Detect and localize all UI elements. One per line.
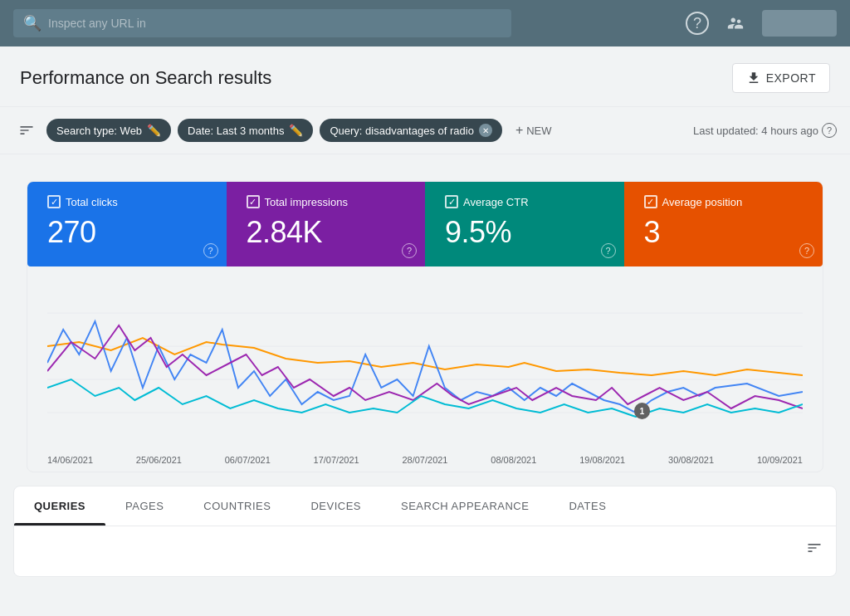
export-button[interactable]: EXPORT [732, 63, 830, 93]
average-position-checkbox[interactable]: ✓ [644, 195, 657, 208]
date-chip[interactable]: Date: Last 3 months ✏️ [178, 119, 313, 142]
tab-devices[interactable]: DEVICES [291, 486, 381, 526]
average-position-value: 3 [644, 215, 804, 250]
average-ctr-value: 9.5% [445, 215, 604, 250]
search-icon: 🔍 [23, 14, 42, 32]
average-position-label: ✓ Average position [644, 195, 804, 208]
tabs-header: QUERIES PAGES COUNTRIES DEVICES SEARCH A… [14, 486, 836, 526]
total-impressions-card[interactable]: ✓ Total impressions 2.84K ? [227, 182, 426, 266]
stats-cards: ✓ Total clicks 270 ? ✓ Total impressions… [27, 182, 823, 266]
average-position-help-icon[interactable]: ? [799, 243, 814, 258]
average-ctr-label: ✓ Average CTR [445, 195, 604, 208]
annotation-label: 1 [640, 406, 645, 416]
tab-queries[interactable]: QUERIES [14, 486, 105, 526]
tab-search-appearance[interactable]: SEARCH APPEARANCE [381, 486, 549, 526]
user-avatar[interactable] [762, 10, 837, 37]
total-clicks-checkbox[interactable]: ✓ [47, 195, 61, 208]
url-search-bar[interactable]: 🔍 [13, 9, 511, 37]
tab-pages[interactable]: PAGES [105, 486, 183, 526]
total-clicks-value: 270 [47, 215, 207, 250]
total-impressions-help-icon[interactable]: ? [402, 243, 417, 258]
total-clicks-card[interactable]: ✓ Total clicks 270 ? [27, 182, 227, 266]
query-chip[interactable]: Query: disadvantages of radio ✕ [320, 119, 501, 142]
performance-chart: 1 [47, 280, 803, 446]
total-impressions-checkbox[interactable]: ✓ [247, 195, 260, 208]
remove-query-chip-button[interactable]: ✕ [479, 124, 492, 137]
new-filter-button[interactable]: + NEW [509, 118, 559, 143]
edit-icon: ✏️ [147, 124, 161, 137]
page-header: Performance on Search results EXPORT [0, 46, 850, 107]
tabs-section: QUERIES PAGES COUNTRIES DEVICES SEARCH A… [13, 486, 837, 577]
last-updated-help-icon[interactable]: ? [822, 123, 837, 138]
help-icon[interactable]: ? [686, 12, 709, 35]
filter-row: Search type: Web ✏️ Date: Last 3 months … [0, 107, 850, 154]
total-clicks-help-icon[interactable]: ? [203, 243, 218, 258]
edit-icon: ✏️ [289, 124, 303, 137]
plus-icon: + [515, 123, 523, 138]
topbar: 🔍 ? [0, 0, 850, 46]
total-clicks-label: ✓ Total clicks [47, 195, 207, 208]
average-position-card[interactable]: ✓ Average position 3 ? [624, 182, 823, 266]
average-ctr-card[interactable]: ✓ Average CTR 9.5% ? [425, 182, 624, 266]
last-updated-info: Last updated: 4 hours ago ? [693, 123, 837, 138]
average-ctr-checkbox[interactable]: ✓ [445, 195, 458, 208]
chart-area: 1 14/06/2021 25/06/2021 06/07/2021 17/07… [27, 266, 823, 472]
page-title: Performance on Search results [20, 67, 271, 89]
stats-chart-card: ✓ Total clicks 270 ? ✓ Total impressions… [27, 181, 823, 472]
topbar-icons: ? [686, 10, 837, 37]
average-ctr-help-icon[interactable]: ? [601, 243, 616, 258]
total-impressions-value: 2.84K [247, 215, 406, 250]
total-impressions-label: ✓ Total impressions [247, 195, 406, 208]
main-content-area: ✓ Total clicks 270 ? ✓ Total impressions… [0, 154, 850, 590]
tab-countries[interactable]: COUNTRIES [183, 486, 291, 526]
tabs-content [14, 526, 836, 576]
tab-dates[interactable]: DATES [549, 486, 626, 526]
search-type-chip[interactable]: Search type: Web ✏️ [46, 119, 171, 142]
chart-x-labels: 14/06/2021 25/06/2021 06/07/2021 17/07/2… [47, 448, 803, 465]
sort-icon[interactable] [806, 540, 823, 560]
purple-line [47, 325, 803, 408]
url-search-input[interactable] [48, 17, 501, 30]
filter-icon-button[interactable] [13, 117, 40, 144]
manage-accounts-icon[interactable] [722, 10, 749, 37]
export-icon [746, 71, 761, 86]
